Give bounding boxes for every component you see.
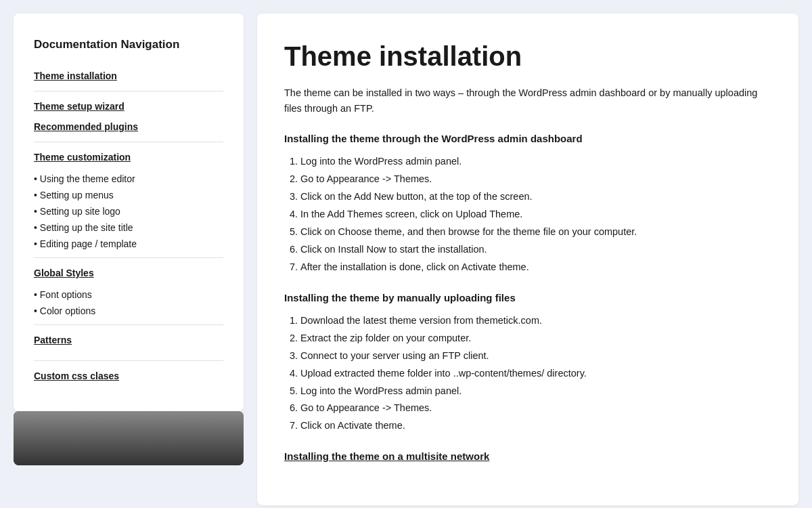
sidebar-item-custom-css-classes[interactable]: Custom css clases (34, 371, 223, 391)
intro-text: The theme can be installed in two ways –… (284, 85, 765, 117)
sidebar-item-patterns[interactable]: Patterns (34, 335, 223, 355)
divider-5 (34, 360, 223, 361)
subitem-setting-up-site-title[interactable]: Setting up the site title (34, 219, 223, 236)
sidebar-item-theme-customization[interactable]: Theme customization (34, 152, 223, 171)
subitem-color-options[interactable]: Color options (34, 303, 223, 319)
step-manual-1: Download the latest theme version from t… (300, 313, 765, 329)
page-title: Theme installation (284, 41, 765, 72)
section-heading-multisite: Installing the theme on a multisite netw… (284, 450, 765, 462)
global-styles-subitems: Font options Color options (34, 287, 223, 324)
divider-2 (34, 142, 223, 142)
step-admin-7: After the installation is done, click on… (300, 259, 765, 276)
divider-4 (34, 324, 223, 325)
thumbnail-overlay (14, 411, 244, 465)
section-manual-upload: Installing the theme by manually uploadi… (284, 292, 765, 434)
sidebar-item-recommended-plugins[interactable]: Recommended plugins (34, 121, 223, 142)
page-layout: Documentation Navigation Theme installat… (0, 0, 812, 508)
subitem-setting-up-site-logo[interactable]: Setting up site logo (34, 203, 223, 219)
sidebar-item-global-styles[interactable]: Global Styles (34, 268, 223, 287)
steps-admin: Log into the WordPress admin panel. Go t… (300, 154, 765, 275)
step-admin-4: In the Add Themes screen, click on Uploa… (300, 207, 765, 223)
step-admin-1: Log into the WordPress admin panel. (300, 154, 765, 170)
sidebar-item-theme-setup-wizard[interactable]: Theme setup wizard (34, 101, 223, 121)
step-admin-3: Click on the Add New button, at the top … (300, 189, 765, 205)
sidebar: Documentation Navigation Theme installat… (14, 14, 244, 411)
step-manual-3: Connect to your server using an FTP clie… (300, 348, 765, 364)
step-manual-7: Click on Activate theme. (300, 418, 765, 434)
divider-1 (34, 91, 223, 91)
section-heading-admin: Installing the theme through the WordPre… (284, 133, 765, 144)
sidebar-wrapper: Documentation Navigation Theme installat… (14, 14, 244, 465)
subitem-font-options[interactable]: Font options (34, 287, 223, 303)
sidebar-title: Documentation Navigation (34, 38, 223, 51)
section-heading-manual: Installing the theme by manually uploadi… (284, 292, 765, 303)
step-manual-6: Go to Appearance -> Themes. (300, 400, 765, 417)
sidebar-thumbnail (14, 411, 244, 465)
subitem-using-theme-editor[interactable]: Using the theme editor (34, 171, 223, 187)
subitem-setting-up-menus[interactable]: Setting up menus (34, 187, 223, 203)
step-manual-2: Extract the zip folder on your computer. (300, 331, 765, 347)
step-admin-2: Go to Appearance -> Themes. (300, 171, 765, 188)
sidebar-item-theme-installation[interactable]: Theme installation (34, 70, 223, 91)
section-multisite: Installing the theme on a multisite netw… (284, 450, 765, 462)
subitem-editing-page-template[interactable]: Editing page / template (34, 236, 223, 252)
section-admin-dashboard: Installing the theme through the WordPre… (284, 133, 765, 275)
steps-manual: Download the latest theme version from t… (300, 313, 765, 434)
step-admin-5: Click on Choose theme, and then browse f… (300, 224, 765, 240)
step-admin-6: Click on Install Now to start the instal… (300, 242, 765, 258)
step-manual-4: Upload extracted theme folder into ..wp-… (300, 366, 765, 382)
divider-3 (34, 257, 223, 258)
main-content: Theme installation The theme can be inst… (257, 14, 798, 505)
theme-customization-subitems: Using the theme editor Setting up menus … (34, 171, 223, 257)
step-manual-5: Log into the WordPress admin panel. (300, 383, 765, 400)
